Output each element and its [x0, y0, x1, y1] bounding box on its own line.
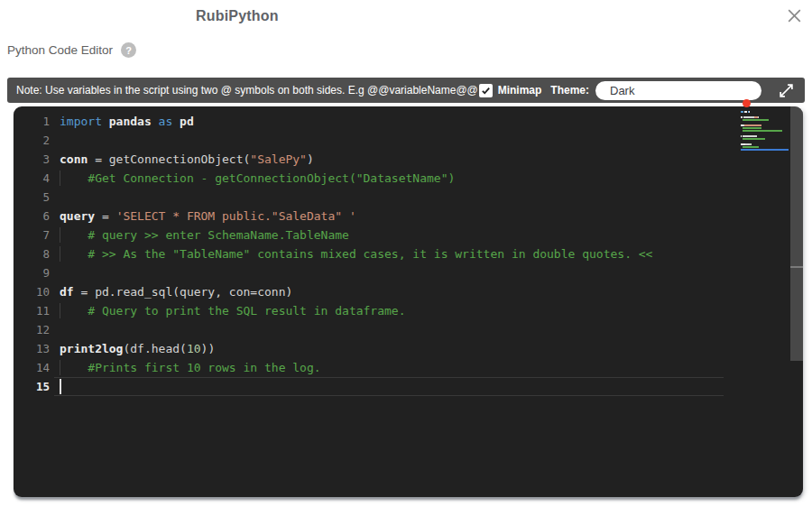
toolbar-note: Note: Use variables in the script using … [16, 84, 478, 97]
code-line[interactable]: 1import pandas as pd [14, 112, 803, 131]
line-number: 1 [14, 112, 50, 131]
minimap-line [741, 138, 789, 140]
minimap-line [741, 130, 789, 132]
line-number: 9 [14, 263, 50, 282]
code-line[interactable]: 8 # >> As the "TableName" contains mixed… [14, 244, 803, 263]
line-content: #Get Connection - getConnectionObject("D… [60, 169, 455, 188]
code-line[interactable]: 2 [14, 131, 803, 150]
minimap-current-line [741, 149, 789, 151]
indent-guide [60, 227, 60, 243]
code-line[interactable]: 10df = pd.read_sql(query, con=conn) [14, 282, 803, 301]
line-number: 6 [14, 207, 50, 226]
line-number: 4 [14, 169, 50, 188]
line-number: 14 [14, 358, 50, 377]
minimap-line [741, 133, 789, 134]
minimap-line [741, 135, 789, 137]
minimap-line [741, 146, 789, 148]
line-content: # query >> enter SchemaName.TableName [60, 226, 349, 244]
minimap-line [741, 127, 789, 129]
code-line[interactable]: 4 #Get Connection - getConnectionObject(… [14, 169, 803, 188]
code-line[interactable]: 13print2log(df.head(10)) [14, 339, 803, 358]
line-number: 3 [14, 150, 50, 169]
checkmark-icon [481, 86, 491, 96]
minimap-line [741, 119, 789, 121]
notification-dot [743, 99, 751, 107]
line-number: 5 [14, 188, 50, 207]
indent-guide [60, 360, 60, 375]
line-number: 8 [14, 244, 50, 263]
scrollbar-notch [790, 266, 803, 268]
line-content: #Prints first 10 rows in the log. [60, 358, 321, 377]
code-line[interactable]: 6query = 'SELECT * FROM public."SaleData… [14, 207, 803, 226]
minimap-checkbox[interactable] [479, 84, 493, 97]
line-content: # >> As the "TableName" contains mixed c… [60, 244, 652, 263]
indent-guide [60, 170, 60, 186]
indent-guide [60, 246, 60, 262]
minimap-line [741, 141, 789, 143]
section-header: Python Code Editor ? [7, 42, 136, 58]
minimap[interactable] [741, 111, 789, 152]
code-line[interactable]: 11 # Query to print the SQL result in da… [14, 301, 803, 320]
line-number: 13 [14, 339, 50, 358]
line-number: 15 [14, 377, 50, 396]
theme-label: Theme: [550, 84, 589, 97]
line-content: # Query to print the SQL result in dataf… [60, 301, 406, 320]
code-line[interactable]: 12 [14, 320, 803, 339]
code-line[interactable]: 9 [14, 263, 803, 282]
line-content: df = pd.read_sql(query, con=conn) [60, 282, 292, 301]
line-content: import pandas as pd [60, 112, 194, 131]
minimap-line [741, 124, 789, 126]
code-lines: 1import pandas as pd23conn = getConnecti… [14, 112, 803, 396]
minimap-line [741, 116, 789, 118]
line-number: 2 [14, 131, 50, 150]
scrollbar-thumb[interactable] [790, 106, 803, 361]
close-icon[interactable] [782, 4, 806, 27]
code-line[interactable]: 14 #Prints first 10 rows in the log. [14, 358, 803, 377]
minimap-line [741, 122, 789, 124]
text-cursor [60, 379, 61, 394]
minimap-line [741, 114, 789, 115]
line-number: 12 [14, 320, 50, 339]
line-number: 7 [14, 226, 50, 244]
minimap-line [741, 143, 789, 145]
line-number: 11 [14, 301, 50, 320]
code-line[interactable]: 3conn = getConnectionObject("SalePy") [14, 150, 803, 169]
editor-toolbar: Note: Use variables in the script using … [7, 78, 805, 103]
expand-icon[interactable] [776, 80, 796, 100]
code-line[interactable]: 15 [14, 377, 803, 396]
code-editor[interactable]: 1import pandas as pd23conn = getConnecti… [14, 106, 803, 497]
code-line[interactable]: 5 [14, 188, 803, 207]
minimap-label: Minimap [498, 84, 542, 97]
section-label: Python Code Editor [7, 43, 113, 57]
line-content: print2log(df.head(10)) [60, 339, 215, 358]
dialog-title: RubiPython [196, 8, 279, 24]
theme-input[interactable] [595, 81, 761, 100]
line-number: 10 [14, 282, 50, 301]
code-line[interactable]: 7 # query >> enter SchemaName.TableName [14, 226, 803, 244]
minimap-line [741, 111, 789, 113]
indent-guide [60, 303, 60, 318]
line-content: conn = getConnectionObject("SalePy") [60, 150, 314, 169]
line-content: query = 'SELECT * FROM public."SaleData"… [60, 207, 356, 226]
help-icon[interactable]: ? [121, 42, 136, 58]
